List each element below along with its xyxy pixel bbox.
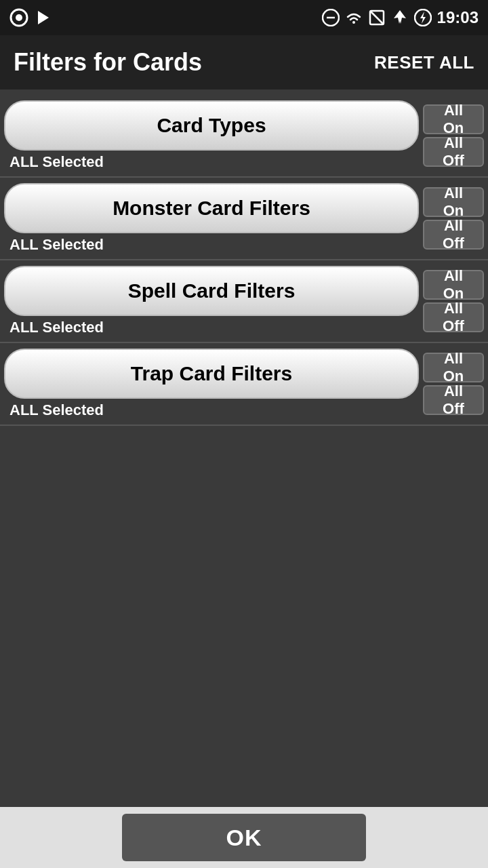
plane-icon: [391, 9, 409, 26]
filter-row-trap-card-filters: Trap Card Filters ALL Selected AllOn All…: [0, 343, 488, 426]
filter-main-spell-card-filters: Spell Card Filters ALL Selected: [4, 266, 419, 336]
filter-button-trap-card-filters[interactable]: Trap Card Filters: [4, 349, 419, 399]
toggle-group-card-types: AllOn AllOff: [423, 100, 484, 171]
bolt-icon: [414, 9, 432, 26]
filter-row-monster-card-filters: Monster Card Filters ALL Selected AllOn …: [0, 178, 488, 260]
filter-row-card-types: Card Types ALL Selected AllOn AllOff: [0, 95, 488, 178]
all-selected-label-monster-card-filters: ALL Selected: [4, 236, 419, 254]
play-icon: [35, 9, 52, 26]
wifi-icon: [345, 9, 363, 26]
filter-button-monster-card-filters[interactable]: Monster Card Filters: [4, 183, 419, 233]
toggle-group-monster-card-filters: AllOn AllOff: [423, 183, 484, 254]
svg-point-1: [16, 14, 22, 21]
record-icon: [9, 8, 28, 27]
filter-button-card-types[interactable]: Card Types: [4, 100, 419, 151]
all-on-button-trap-card-filters[interactable]: AllOn: [423, 353, 484, 382]
status-right-icons: 19:03: [322, 8, 479, 27]
all-on-button-card-types[interactable]: AllOn: [423, 104, 484, 134]
filter-button-spell-card-filters[interactable]: Spell Card Filters: [4, 266, 419, 316]
all-off-button-card-types[interactable]: AllOff: [423, 137, 484, 167]
footer: OK: [0, 807, 488, 868]
all-off-button-spell-card-filters[interactable]: AllOff: [423, 302, 484, 332]
filter-main-trap-card-filters: Trap Card Filters ALL Selected: [4, 349, 419, 419]
all-selected-label-card-types: ALL Selected: [4, 153, 419, 171]
all-off-button-trap-card-filters[interactable]: AllOff: [423, 385, 484, 415]
svg-marker-2: [38, 11, 49, 24]
all-on-button-monster-card-filters[interactable]: AllOn: [423, 187, 484, 217]
all-on-button-spell-card-filters[interactable]: AllOn: [423, 270, 484, 300]
filter-main-monster-card-filters: Monster Card Filters ALL Selected: [4, 183, 419, 254]
status-time: 19:03: [437, 8, 479, 27]
all-off-button-monster-card-filters[interactable]: AllOff: [423, 220, 484, 250]
ok-button[interactable]: OK: [122, 814, 366, 861]
filter-main-card-types: Card Types ALL Selected: [4, 100, 419, 171]
filter-row-spell-card-filters: Spell Card Filters ALL Selected AllOn Al…: [0, 260, 488, 343]
main-content: Card Types ALL Selected AllOn AllOff Mon…: [0, 90, 488, 807]
header: Filters for Cards RESET ALL: [0, 35, 488, 90]
all-selected-label-trap-card-filters: ALL Selected: [4, 401, 419, 419]
reset-all-button[interactable]: RESET ALL: [374, 52, 474, 73]
svg-line-6: [370, 11, 384, 24]
status-bar: 19:03: [0, 0, 488, 35]
status-left-icons: [9, 8, 52, 27]
all-selected-label-spell-card-filters: ALL Selected: [4, 319, 419, 336]
sim-icon: [368, 9, 386, 26]
page-title: Filters for Cards: [14, 48, 202, 77]
minus-circle-icon: [322, 9, 340, 26]
toggle-group-spell-card-filters: AllOn AllOff: [423, 266, 484, 336]
toggle-group-trap-card-filters: AllOn AllOff: [423, 349, 484, 419]
